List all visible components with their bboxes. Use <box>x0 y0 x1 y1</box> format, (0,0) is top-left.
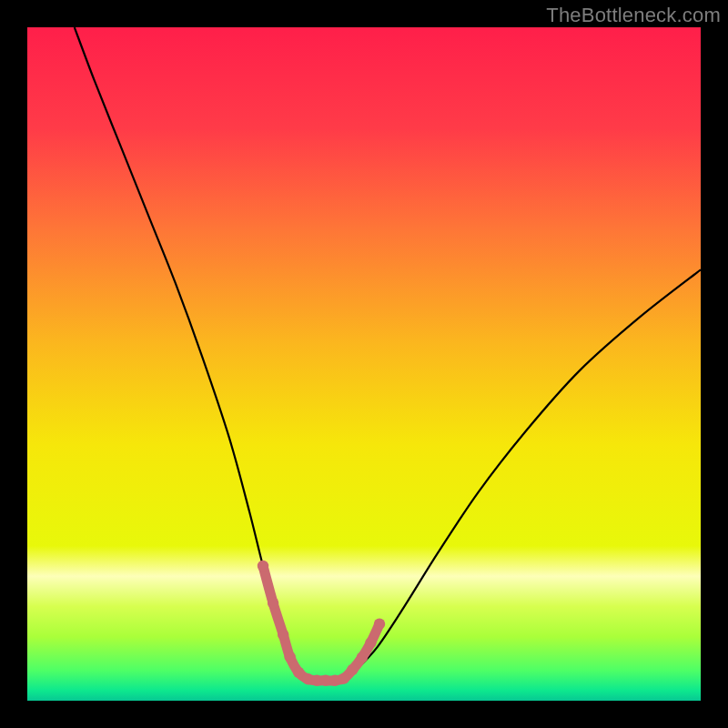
gradient-background <box>27 27 701 701</box>
highlight-dot <box>293 667 304 678</box>
highlight-dot <box>357 652 368 662</box>
chart-svg <box>27 27 701 701</box>
watermark-text: TheBottleneck.com <box>546 4 721 27</box>
highlight-dot <box>339 672 349 683</box>
plot-area <box>27 27 701 701</box>
highlight-dot <box>268 598 278 609</box>
chart-frame: TheBottleneck.com <box>0 0 728 728</box>
highlight-dot <box>284 652 295 662</box>
highlight-dot <box>278 629 288 640</box>
highlight-dot <box>365 637 376 648</box>
highlight-dot <box>374 618 385 629</box>
highlight-dot <box>347 664 358 675</box>
highlight-dot <box>258 561 268 571</box>
